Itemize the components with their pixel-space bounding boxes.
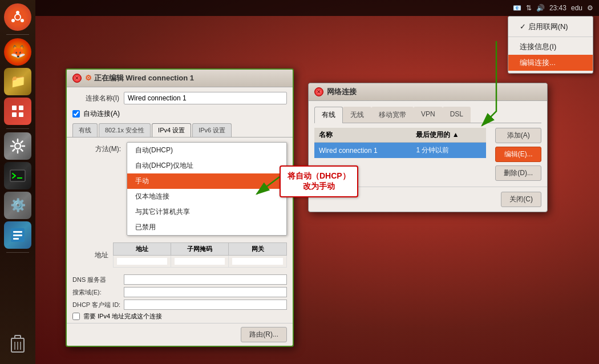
edit-dialog-close[interactable]: ✕ [72,74,82,83]
routes-button[interactable]: 路由(R)... [241,327,287,342]
option-disabled[interactable]: 已禁用 [127,220,286,235]
files-icon[interactable]: 📁 [4,68,31,95]
network-dialog-close[interactable]: ✕ [314,87,323,96]
svg-point-9 [15,143,21,149]
tab-vpn[interactable]: VPN [414,107,443,123]
taskbar-divider-3 [6,252,29,253]
svg-rect-6 [19,106,23,110]
svg-rect-13 [13,231,22,233]
delete-button[interactable]: 删除(D)... [495,165,541,181]
edit-connection-dialog: ✕ ⚙ 正在编辑 Wired connection 1 连接名称(I) 自动连接… [66,68,294,347]
search-label: 搜索域(E): [72,288,124,297]
network-dialog-title: 网络连接 [327,87,357,97]
dns-input[interactable] [124,274,287,285]
topbar-network: 📧 [513,4,521,12]
edit-dialog-footer: 路由(R)... [67,323,293,346]
svg-rect-18 [15,335,21,338]
desktop: 🦊 📁 ⚙️ [0,0,599,364]
require-ipv4-checkbox[interactable] [72,313,80,320]
annotation-text: 将自动（DHCP）改为手动 [288,171,350,191]
tab-dsl[interactable]: DSL [443,107,471,123]
auto-connect-row: 自动连接(A) [67,109,293,119]
network-dialog-titlebar: ✕ 网络连接 [309,83,547,101]
method-dropdown-container: 自动(DHCP) 自动(DHCP)仅地址 手动 仅本地连接 与其它计算机共享 已… [127,142,287,236]
search-row: 搜索域(E): [72,287,287,297]
topbar-user: edu [571,4,582,12]
svg-rect-15 [13,238,19,240]
method-dropdown: 自动(DHCP) 自动(DHCP)仅地址 手动 仅本地连接 与其它计算机共享 已… [127,142,287,236]
option-auto-dhcp[interactable]: 自动(DHCP) [127,143,286,158]
option-manual[interactable]: 手动 [127,173,286,189]
dhcp-input[interactable] [124,300,287,310]
conn-tab-802[interactable]: 802.1x 安全性 [99,123,151,137]
auto-connect-checkbox[interactable] [72,110,80,118]
svg-point-3 [21,19,24,22]
conn-name: Wired connection 1 [314,143,411,159]
svg-rect-14 [13,234,22,236]
files2-icon[interactable] [4,221,31,249]
search-input[interactable] [124,287,287,297]
topbar-sound: 🔊 [536,4,545,12]
annotation-box: 将自动（DHCP）改为手动 [280,165,358,197]
svg-rect-5 [12,106,17,110]
apps-icon[interactable] [4,98,31,125]
topbar-arrows: ⇅ [526,4,532,12]
terminal-icon[interactable] [4,162,31,189]
svg-rect-8 [19,112,23,117]
taskbar-divider-2 [6,128,29,129]
addr-col-ip: 地址 [113,243,171,256]
topbar-gear[interactable]: ⚙ [587,4,593,12]
addr-gw-cell[interactable] [229,256,287,268]
addr-mask-cell[interactable] [171,256,229,268]
enable-network-item[interactable]: 启用联网(N) [508,19,593,35]
address-row [113,256,286,268]
connection-info-item[interactable]: 连接信息(I) [508,39,593,55]
close-button[interactable]: 关闭(C) [501,192,541,207]
address-table: 地址 子网掩码 网关 [113,242,287,268]
address-section: 地址 地址 子网掩码 网关 [67,240,293,272]
system-icon[interactable] [4,132,31,160]
settings-icon[interactable]: ⚙️ [4,192,31,219]
col-last-used: 最后使用的 ▲ [411,128,486,143]
connection-name-input[interactable] [124,92,287,104]
taskbar: 🦊 📁 ⚙️ [0,0,35,364]
addr-col-mask: 子网掩码 [171,243,229,256]
connection-name-row: 连接名称(I) [67,92,293,104]
table-row[interactable]: Wired connection 1 1 分钟以前 [314,143,486,159]
topbar: 📧 ⇅ 🔊 23:43 edu ⚙ [35,0,599,16]
edit-button[interactable]: 编辑(E)... [495,147,541,162]
connections-table: 名称 最后使用的 ▲ Wired connection 1 1 分钟以前 [314,128,486,158]
tab-wired[interactable]: 有线 [314,107,343,123]
addr-ip-cell[interactable] [113,256,171,268]
edit-dialog-title: ⚙ 正在编辑 Wired connection 1 [85,73,194,83]
method-label: 方法(M): [72,142,121,154]
conn-tab-ipv4[interactable]: IPv4 设置 [152,123,191,137]
ubuntu-icon[interactable] [4,3,31,31]
option-auto-dhcp-addr[interactable]: 自动(DHCP)仅地址 [127,158,286,173]
col-name: 名称 [314,128,411,143]
topbar-time: 23:43 [549,4,566,12]
svg-rect-10 [10,170,25,181]
conn-tab-wired[interactable]: 有线 [72,123,98,137]
conn-tab-ipv6[interactable]: IPv6 设置 [192,123,232,137]
auto-connect-label: 自动连接(A) [83,109,120,119]
taskbar-divider-1 [6,34,29,35]
firefox-icon[interactable]: 🦊 [4,38,31,66]
menu-separator-1 [508,37,593,37]
dns-section: DNS 服务器 搜索域(E): DHCP 客户端 ID: 需要 IPv4 地址完… [67,272,293,323]
dns-row: DNS 服务器 [72,274,287,285]
option-link-local[interactable]: 仅本地连接 [127,189,286,204]
add-button[interactable]: 添加(A) [495,128,541,143]
require-ipv4-label: 需要 IPv4 地址完成这个连接 [83,312,162,321]
network-action-buttons: 添加(A) 编辑(E)... 删除(D)... [495,128,541,181]
addr-col-gw: 网关 [229,243,287,256]
connection-type-tabs: 有线 802.1x 安全性 IPv4 设置 IPv6 设置 [67,123,293,137]
address-label: 地址 [72,250,113,260]
edit-connections-item[interactable]: 编辑连接... [508,55,593,71]
option-shared[interactable]: 与其它计算机共享 [127,204,286,220]
edit-dialog-titlebar: ✕ ⚙ 正在编辑 Wired connection 1 [67,70,293,87]
tab-wireless[interactable]: 无线 [343,107,371,123]
trash-icon[interactable] [4,330,31,357]
svg-point-2 [11,19,15,22]
tab-mobile[interactable]: 移动宽带 [371,107,414,123]
